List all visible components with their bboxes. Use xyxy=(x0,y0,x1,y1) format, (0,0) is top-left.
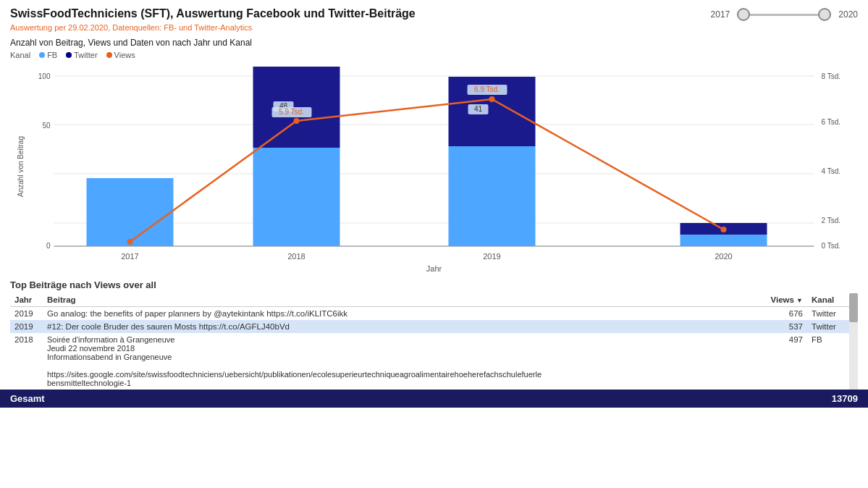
footer-row: Gesamt 13709 xyxy=(0,390,868,408)
views-dot-2018 xyxy=(294,118,300,124)
svg-text:2 Tsd.: 2 Tsd. xyxy=(822,216,841,224)
legend-kanal-label: Kanal xyxy=(10,51,30,59)
svg-text:Jahr: Jahr xyxy=(426,264,442,273)
svg-text:2018: 2018 xyxy=(287,252,305,261)
legend-item-views: Views xyxy=(106,51,135,59)
svg-text:0: 0 xyxy=(46,242,51,250)
sort-arrow-icon: ▼ xyxy=(796,297,803,304)
bar-2017-fb xyxy=(87,178,174,246)
subtitle-link[interactable]: FB- und Twitter-Analytics xyxy=(164,23,252,32)
views-line xyxy=(130,99,724,242)
slider-handle-left[interactable] xyxy=(737,8,750,21)
chart-svg: 100 50 0 8 Tsd. 6 Tsd. 4 Tsd. 2 Tsd. 0 T… xyxy=(10,65,858,275)
views-dot xyxy=(106,52,112,58)
chart-area: 100 50 0 8 Tsd. 6 Tsd. 4 Tsd. 2 Tsd. 0 T… xyxy=(10,65,858,275)
year-end-label: 2020 xyxy=(838,9,858,20)
views-dot-2017 xyxy=(127,239,133,245)
bar-2018-fb xyxy=(253,148,340,246)
table-section: Top Beiträge nach Views over all Jahr Be… xyxy=(0,275,868,390)
table-title: Top Beiträge nach Views over all xyxy=(10,279,858,290)
row3-beitrag: Soirée d'information à Grangeneuve Jeudi… xyxy=(43,333,760,390)
views-dot-2020 xyxy=(721,227,727,232)
svg-text:2019: 2019 xyxy=(483,252,500,261)
svg-text:Anzahl von Beitrag: Anzahl von Beitrag xyxy=(17,136,25,197)
row1-beitrag: Go analog: the benefits of paper planner… xyxy=(43,307,760,321)
section-title: Anzahl von Beitrag, Views und Daten von … xyxy=(10,38,858,48)
row3-views: 497 xyxy=(760,333,807,390)
slider-handle-right[interactable] xyxy=(818,8,831,21)
svg-text:6.9 Tsd.: 6.9 Tsd. xyxy=(474,85,500,93)
data-table: Jahr Beitrag Views ▼ Kanal 2019 Go analo… xyxy=(10,293,858,390)
svg-text:4 Tsd.: 4 Tsd. xyxy=(822,167,841,175)
year-range-slider[interactable]: 2017 2020 xyxy=(711,7,858,22)
svg-text:8 Tsd.: 8 Tsd. xyxy=(822,72,841,80)
legend: Kanal FB Twitter Views xyxy=(10,51,858,59)
row1-year: 2019 xyxy=(10,307,43,321)
col-header-jahr: Jahr xyxy=(10,293,43,307)
svg-text:2020: 2020 xyxy=(715,252,732,261)
svg-text:0 Tsd.: 0 Tsd. xyxy=(822,242,841,250)
twitter-dot xyxy=(66,52,72,58)
scrollbar-thumb[interactable] xyxy=(849,293,858,322)
subtitle: Auswertung per 29.02.2020, Datenquellen:… xyxy=(10,23,858,32)
views-label: Views xyxy=(114,51,135,59)
row2-views: 537 xyxy=(760,320,807,333)
twitter-label: Twitter xyxy=(74,51,97,59)
legend-item-fb: FB xyxy=(39,51,57,59)
bar-2019-fb xyxy=(449,146,536,246)
footer-value: 13709 xyxy=(832,393,858,404)
svg-text:100: 100 xyxy=(38,72,51,80)
legend-item-twitter: Twitter xyxy=(66,51,97,59)
bar-2020-fb xyxy=(681,235,767,246)
fb-dot xyxy=(39,52,45,58)
svg-text:2017: 2017 xyxy=(121,252,138,261)
row1-views: 676 xyxy=(760,307,807,321)
svg-text:5.9 Tsd.: 5.9 Tsd. xyxy=(279,108,304,116)
col-header-views[interactable]: Views ▼ xyxy=(760,293,807,307)
svg-text:50: 50 xyxy=(42,122,51,130)
row2-year: 2019 xyxy=(10,320,43,333)
col-header-beitrag: Beitrag xyxy=(43,293,760,307)
subtitle-static: Auswertung per 29.02.2020, Datenquellen: xyxy=(10,23,164,32)
table-row: 2018 Soirée d'information à Grangeneuve … xyxy=(10,333,858,390)
year-start-label: 2017 xyxy=(711,9,730,20)
fb-label: FB xyxy=(47,51,57,59)
svg-text:41: 41 xyxy=(474,105,483,113)
row2-beitrag: #12: Der coole Bruder des sauren Mosts h… xyxy=(43,320,760,333)
table-row-highlighted: 2019 #12: Der coole Bruder des sauren Mo… xyxy=(10,320,858,333)
table-row: 2019 Go analog: the benefits of paper pl… xyxy=(10,307,858,321)
svg-text:6 Tsd.: 6 Tsd. xyxy=(822,118,841,126)
scrollbar[interactable] xyxy=(849,293,858,390)
footer-label: Gesamt xyxy=(10,393,45,404)
row3-year: 2018 xyxy=(10,333,43,390)
views-dot-2019 xyxy=(489,96,495,102)
